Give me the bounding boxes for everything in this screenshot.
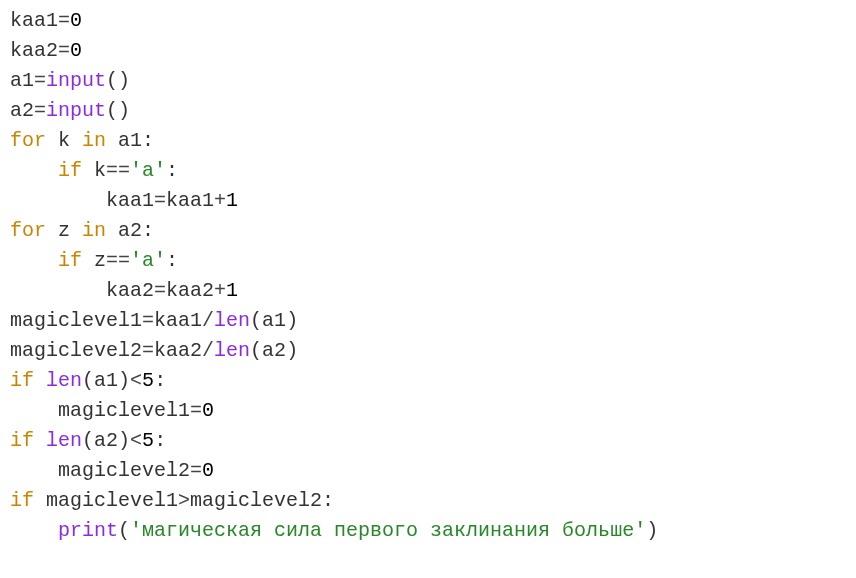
code-line: magiclevel2=0	[10, 456, 846, 486]
code-token: ==	[106, 159, 130, 182]
code-token	[34, 489, 46, 512]
code-token: =	[34, 99, 46, 122]
code-token: +	[214, 279, 226, 302]
code-token: )	[646, 519, 658, 542]
code-line: for z in a2:	[10, 216, 846, 246]
indent	[10, 519, 58, 542]
code-token: kaa2	[10, 39, 58, 62]
code-line: print('магическая сила первого заклинани…	[10, 516, 846, 546]
code-token: =	[154, 189, 166, 212]
code-line: kaa2=0	[10, 36, 846, 66]
code-token: if	[10, 489, 34, 512]
code-token: kaa1	[10, 9, 58, 32]
code-token: in	[82, 129, 106, 152]
code-token	[46, 129, 58, 152]
code-token: print	[58, 519, 118, 542]
code-token: a2	[262, 339, 286, 362]
code-token: k	[94, 159, 106, 182]
code-token: magiclevel1	[10, 309, 142, 332]
code-token: kaa1	[166, 189, 214, 212]
code-token: 5	[142, 369, 154, 392]
code-token	[106, 129, 118, 152]
code-line: for k in a1:	[10, 126, 846, 156]
code-token: ==	[106, 249, 130, 272]
code-token: 'a'	[130, 159, 166, 182]
code-line: kaa1=kaa1+1	[10, 186, 846, 216]
code-token: z	[58, 219, 70, 242]
code-token: a1	[262, 309, 286, 332]
code-token: )	[286, 309, 298, 332]
code-token: len	[46, 429, 82, 452]
code-token: magiclevel2	[10, 339, 142, 362]
code-line: if len(a1)<5:	[10, 366, 846, 396]
code-token: kaa2	[106, 279, 154, 302]
code-token	[34, 369, 46, 392]
indent	[10, 159, 58, 182]
code-token: in	[82, 219, 106, 242]
code-line: kaa2=kaa2+1	[10, 276, 846, 306]
code-token: input	[46, 69, 106, 92]
code-token: )	[118, 429, 130, 452]
code-block: kaa1=0kaa2=0a1=input()a2=input()for k in…	[0, 0, 856, 552]
code-token: a1	[10, 69, 34, 92]
code-line: a1=input()	[10, 66, 846, 96]
code-token: a2	[118, 219, 142, 242]
code-token: len	[214, 309, 250, 332]
code-token: kaa1	[106, 189, 154, 212]
indent	[10, 279, 106, 302]
code-line: if k=='a':	[10, 156, 846, 186]
code-token: 1	[226, 189, 238, 212]
code-token: <	[130, 369, 142, 392]
code-token: :	[154, 429, 166, 452]
code-token: :	[142, 129, 154, 152]
code-token: 'a'	[130, 249, 166, 272]
code-token: /	[202, 339, 214, 362]
code-token: (	[250, 339, 262, 362]
code-token: if	[10, 369, 34, 392]
code-token: +	[214, 189, 226, 212]
code-token: if	[10, 429, 34, 452]
code-token: for	[10, 219, 46, 242]
code-token: =	[58, 39, 70, 62]
indent	[10, 249, 58, 272]
code-line: if z=='a':	[10, 246, 846, 276]
code-token: =	[190, 399, 202, 422]
code-token: a1	[118, 129, 142, 152]
code-token	[34, 429, 46, 452]
code-token: 0	[202, 399, 214, 422]
code-token: k	[58, 129, 70, 152]
code-token: (	[82, 429, 94, 452]
indent	[10, 399, 58, 422]
code-token: kaa2	[166, 279, 214, 302]
code-line: magiclevel1=0	[10, 396, 846, 426]
code-token: =	[142, 309, 154, 332]
code-token: 'магическая сила первого заклинания боль…	[130, 519, 646, 542]
code-token: :	[166, 159, 178, 182]
code-token: :	[166, 249, 178, 272]
code-token: 1	[226, 279, 238, 302]
code-token: input	[46, 99, 106, 122]
code-token: a2	[94, 429, 118, 452]
code-token: =	[34, 69, 46, 92]
code-token: magiclevel2	[58, 459, 190, 482]
code-token: a1	[94, 369, 118, 392]
code-token: for	[10, 129, 46, 152]
code-token: =	[58, 9, 70, 32]
code-token: :	[322, 489, 334, 512]
code-token: /	[202, 309, 214, 332]
code-token: ()	[106, 69, 130, 92]
code-token: (	[250, 309, 262, 332]
code-token: )	[286, 339, 298, 362]
code-token: magiclevel1	[46, 489, 178, 512]
code-token: :	[142, 219, 154, 242]
code-token	[46, 219, 58, 242]
code-token: ()	[106, 99, 130, 122]
code-token: (	[118, 519, 130, 542]
indent	[10, 459, 58, 482]
code-token	[70, 129, 82, 152]
code-token: if	[58, 249, 82, 272]
code-token: if	[58, 159, 82, 182]
code-token	[82, 159, 94, 182]
code-line: magiclevel1=kaa1/len(a1)	[10, 306, 846, 336]
code-token: >	[178, 489, 190, 512]
